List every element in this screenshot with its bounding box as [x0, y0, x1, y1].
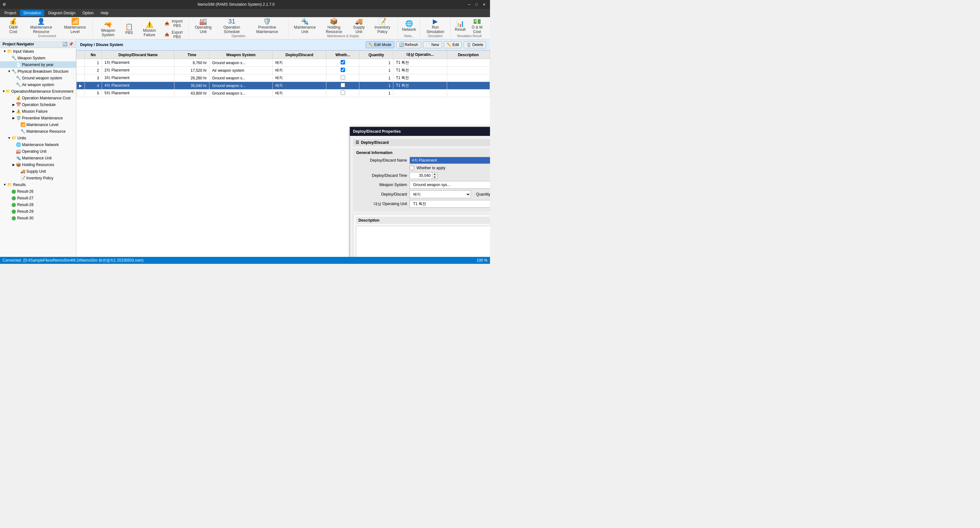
sidebar-item-ground-weapon[interactable]: 🔧 Ground weapon system [0, 75, 76, 81]
table-row[interactable]: 2 2차 Placement 17,520 hr Air weapon syst… [76, 67, 490, 74]
expand-input-values[interactable]: ▼ [3, 49, 7, 53]
sidebar-item-result-27[interactable]: ⬤ Result-27 [0, 195, 76, 201]
weapon-select[interactable]: Ground weapon sys... [410, 181, 490, 189]
table-row-selected[interactable]: ▶ 4 4차 Placement 35,040 hr Ground weapon… [76, 82, 490, 90]
row-no: 5 [85, 90, 102, 97]
sidebar-item-results[interactable]: ▼ 📁 Results [0, 181, 76, 188]
sidebar-item-operation-maint-cost[interactable]: 💰 Operation Maintenance Cost [0, 95, 76, 101]
col-time[interactable]: Time [175, 51, 209, 59]
toolbar-btn-preventive-maint[interactable]: 🛡️ Preventive Maintenance [248, 18, 286, 34]
col-deploy-discard-name[interactable]: Deploy/Discard Name [102, 51, 175, 59]
toolbar-btn-import-pbs[interactable]: 📥 Import PBS [163, 18, 186, 29]
table-container[interactable]: No Deploy/Discard Name Time Weapon Syste… [76, 51, 490, 97]
toolbar-btn-maint-resource[interactable]: 👤 Maintenance Resource [24, 18, 59, 34]
sidebar-item-weapon-system[interactable]: 🔧 Weapon System [0, 55, 76, 61]
time-input[interactable] [410, 172, 432, 179]
table-row[interactable]: 3 3차 Placement 26,280 hr Ground weapon s… [76, 74, 490, 82]
col-whether[interactable]: Wheth... [326, 51, 360, 59]
sidebar-item-result-26[interactable]: ⬤ Result-26 [0, 188, 76, 195]
toolbar-btn-inventory-policy[interactable]: 📝 Inventory Policy [370, 18, 395, 34]
new-button[interactable]: 📄 New [423, 41, 442, 48]
toolbar-btn-weapon-system[interactable]: 🔫 Weapon System [95, 22, 121, 37]
close-button[interactable]: ✕ [481, 2, 487, 7]
col-description[interactable]: Description [447, 51, 490, 59]
sidebar-item-units[interactable]: ▼ 📁 Units [0, 135, 76, 141]
table-row[interactable]: 5 5차 Placement 43,800 hr Ground weapon s… [76, 90, 490, 97]
menu-simulation[interactable]: Simulation [20, 10, 44, 16]
operation-schedule-icon: 31 [228, 18, 235, 24]
menu-help[interactable]: Help [97, 10, 112, 16]
edit-mode-button[interactable]: ✏️ Edit Mode [366, 41, 395, 48]
sidebar-item-input-values[interactable]: ▼ 📁 Input Values [0, 48, 76, 55]
row-whether[interactable] [326, 67, 360, 74]
toolbar-btn-operation-schedule[interactable]: 31 Operation Schedule [216, 18, 247, 34]
menu-project[interactable]: Project [1, 10, 19, 16]
row-no: 2 [85, 67, 102, 74]
sidebar-item-maintenance-resource[interactable]: 🔧 Maintenance Resource [0, 128, 76, 135]
deploy-select[interactable]: 배지 [410, 190, 471, 198]
col-deploy-discard[interactable]: Deploy/Discard [272, 51, 326, 59]
menu-option[interactable]: Option [79, 10, 97, 16]
sidebar-item-holding-resources[interactable]: ▶ 📦 Holding Resources [0, 161, 76, 168]
toolbar-btn-result[interactable]: 📊 Result [453, 18, 468, 34]
time-decrement[interactable]: ▼ [432, 176, 437, 179]
description-textarea[interactable] [356, 226, 490, 257]
sidebar-item-maintenance-level[interactable]: 📶 Maintenance Level [0, 121, 76, 128]
time-stepper[interactable]: ▲ ▼ [410, 172, 438, 179]
row-whether[interactable] [326, 74, 360, 82]
holding-resource-icon: 📦 [330, 18, 338, 24]
toolbar-btn-run-simulation[interactable]: ▶ Run Simulation [423, 18, 447, 34]
network-icon: 🌐 [405, 20, 413, 27]
col-operating[interactable]: 대상 Operatin... [393, 51, 447, 59]
sidebar-item-result-29[interactable]: ⬤ Result-29 [0, 208, 76, 215]
col-weapon-system[interactable]: Weapon System [209, 51, 272, 59]
sidebar-item-preventive-maint[interactable]: ▶ 🛡️ Preventive Maintenance [0, 115, 76, 121]
sidebar-item-inventory-policy[interactable]: 📝 Inventory Policy [0, 174, 76, 181]
operating-select[interactable]: T1 특전 [410, 200, 490, 208]
sidebar-refresh-icon[interactable]: 🔄 [63, 42, 67, 46]
sidebar-pin-icon[interactable]: 📌 [68, 42, 73, 46]
menu-diagram-design[interactable]: Diagram Design [45, 10, 78, 16]
edit-button[interactable]: ✏️ Edit [444, 41, 462, 48]
sidebar-item-operation-maint-env[interactable]: ▼ 📁 Operation/Maintenance Environment [0, 88, 76, 95]
toolbar-btn-om-cost[interactable]: 💰 O&M Cost [5, 18, 22, 34]
refresh-button[interactable]: 🔄 Refresh [396, 41, 421, 48]
sidebar-item-mission-failure[interactable]: ▶ ⚠️ Mission Failure [0, 108, 76, 115]
toolbar-btn-mission-failure[interactable]: ⚠️ Mission Failure [138, 22, 161, 37]
page-title: Deploy / Disuse System [80, 43, 123, 47]
toolbar-btn-operating-unit[interactable]: 🏭 Operating Unit [191, 18, 215, 34]
toolbar-btn-pbs[interactable]: 📋 PBS [122, 22, 136, 37]
delete-button[interactable]: 🗑️ Delete [464, 41, 486, 48]
toolbar-btn-export-pbs[interactable]: 📤 Export PBS [163, 30, 186, 40]
sidebar-item-placement-by-year[interactable]: 📄 Placement by year [0, 61, 76, 68]
sidebar-item-maintenance-network[interactable]: 🌐 Maintenance Network [0, 141, 76, 148]
sidebar-item-operating-unit[interactable]: 🏭 Operating Unit [0, 148, 76, 155]
toolbar: 💰 O&M Cost 👤 Maintenance Resource 📶 Main… [0, 17, 490, 40]
row-whether[interactable] [326, 82, 360, 90]
col-quantity[interactable]: Quantity [360, 51, 393, 59]
sidebar-item-result-30[interactable]: ⬤ Result-30 [0, 215, 76, 221]
maximize-button[interactable]: □ [474, 2, 479, 7]
sidebar-item-supply-unit[interactable]: 🚚 Supply Unit [0, 168, 76, 174]
edit-icon: ✏️ [447, 43, 452, 47]
minimize-button[interactable]: ─ [466, 2, 473, 7]
sidebar-item-maintenance-unit[interactable]: 🔩 Maintenance Unit [0, 155, 76, 161]
sidebar-item-operation-schedule[interactable]: ▶ 📅 Operation Schedule [0, 101, 76, 108]
whether-checkbox[interactable] [410, 166, 414, 170]
toolbar-btn-maint-level[interactable]: 📶 Maintenance Level [60, 18, 90, 34]
row-whether[interactable] [326, 90, 360, 97]
toolbar-btn-maintenance-unit[interactable]: 🔩 Maintenance Unit [291, 18, 319, 34]
toolbar-btn-om-cost-result[interactable]: 💵 O & M Cost [469, 18, 485, 34]
row-whether[interactable] [326, 59, 360, 67]
name-input[interactable] [410, 157, 490, 164]
table-row[interactable]: 1 1차 Placement 8,760 hr Ground weapon s.… [76, 59, 490, 67]
col-no[interactable]: No [85, 51, 102, 59]
sidebar-item-result-28[interactable]: ⬤ Result-28 [0, 201, 76, 208]
toolbar-btn-holding-resource[interactable]: 📦 Holding Resource [320, 18, 348, 34]
sidebar-item-physical-breakdown[interactable]: ▼ 🔧 Physical Breakdown Structure [0, 68, 76, 75]
sidebar-item-air-weapon[interactable]: 🔧 Air weapon system [0, 81, 76, 88]
window-controls[interactable]: ─ □ ✕ [466, 2, 487, 7]
toolbar-btn-network[interactable]: 🌐 Network [400, 18, 418, 34]
time-increment[interactable]: ▲ [432, 173, 437, 176]
toolbar-btn-supply-unit[interactable]: 🚚 Supply Unit [349, 18, 368, 34]
